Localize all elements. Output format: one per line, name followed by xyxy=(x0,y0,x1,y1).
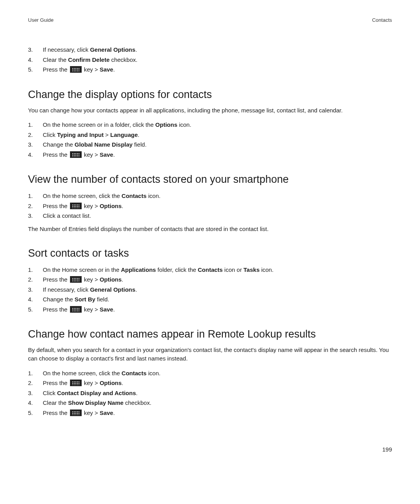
step-item: 2.Press the key > Options. xyxy=(28,378,392,388)
step-text: Press the key > Save. xyxy=(43,304,392,315)
step-item: 3.If necessary, click General Options. xyxy=(28,45,392,55)
step-text: Clear the Confirm Delete checkbox. xyxy=(43,55,392,65)
step-number: 4. xyxy=(28,398,43,408)
step-text: Clear the Show Display Name checkbox. xyxy=(43,398,392,408)
step-number: 1. xyxy=(28,265,43,275)
bold-text: Contacts xyxy=(122,370,147,376)
step-text: If necessary, click General Options. xyxy=(43,285,392,295)
menu-key-icon xyxy=(70,151,82,158)
header-left: User Guide xyxy=(28,17,54,23)
section-title: View the number of contacts stored on yo… xyxy=(28,173,392,186)
steps-list: 1.On the home screen or in a folder, cli… xyxy=(28,120,392,159)
bold-text: Confirm Delete xyxy=(68,56,110,63)
bold-text: Options xyxy=(100,203,122,209)
bold-text: Applications xyxy=(121,266,156,273)
section-title: Change how contact names appear in Remot… xyxy=(28,328,392,340)
bold-text: General Options xyxy=(90,46,135,53)
step-item: 2.Press the key > Options. xyxy=(28,201,392,211)
step-number: 1. xyxy=(28,120,43,130)
step-number: 4. xyxy=(28,150,43,160)
menu-key-icon xyxy=(70,380,82,386)
bold-text: Contacts xyxy=(198,266,223,273)
step-item: 4.Clear the Confirm Delete checkbox. xyxy=(28,55,392,65)
step-item: 3.Change the Global Name Display field. xyxy=(28,140,392,150)
bold-text: Options xyxy=(100,380,122,386)
step-text: If necessary, click General Options. xyxy=(43,45,392,55)
step-text: On the Home screen or in the Application… xyxy=(43,265,392,275)
step-number: 2. xyxy=(28,378,43,388)
bold-text: Show Display Name xyxy=(68,399,124,406)
step-number: 2. xyxy=(28,201,43,211)
page-number: 199 xyxy=(382,446,392,453)
step-item: 1.On the home screen, click the Contacts… xyxy=(28,191,392,201)
section-title: Sort contacts or tasks xyxy=(28,247,392,259)
step-item: 5.Press the key > Save. xyxy=(28,408,392,418)
section-title: Change the display options for contacts xyxy=(28,89,392,101)
steps-list: 1.On the home screen, click the Contacts… xyxy=(28,191,392,221)
step-item: 1.On the Home screen or in the Applicati… xyxy=(28,265,392,275)
bold-text: Save xyxy=(100,410,113,416)
step-item: 1.On the home screen or in a folder, cli… xyxy=(28,120,392,130)
step-item: 2.Click Typing and Input > Language. xyxy=(28,130,392,140)
step-number: 3. xyxy=(28,140,43,150)
bold-text: Global Name Display xyxy=(75,141,133,148)
step-number: 2. xyxy=(28,130,43,140)
step-number: 1. xyxy=(28,368,43,378)
step-text: Click Contact Display and Actions. xyxy=(43,388,392,398)
step-number: 4. xyxy=(28,294,43,304)
step-text: Change the Global Name Display field. xyxy=(43,140,392,150)
step-text: Press the key > Save. xyxy=(43,150,392,160)
step-item: 3.Click a contact list. xyxy=(28,211,392,221)
bold-text: Options xyxy=(100,276,122,283)
section-intro: You can change how your contacts appear … xyxy=(28,106,392,115)
page: User Guide Contacts 3.If necessary, clic… xyxy=(0,0,420,467)
step-text: Press the key > Options. xyxy=(43,378,392,388)
steps-list: 1.On the home screen, click the Contacts… xyxy=(28,368,392,418)
step-item: 1.On the home screen, click the Contacts… xyxy=(28,368,392,378)
leading-steps-list: 3.If necessary, click General Options.4.… xyxy=(28,45,392,75)
step-number: 5. xyxy=(28,408,43,418)
menu-key-icon xyxy=(70,66,82,73)
step-item: 4.Change the Sort By field. xyxy=(28,294,392,304)
step-item: 3.Click Contact Display and Actions. xyxy=(28,388,392,398)
step-item: 5.Press the key > Save. xyxy=(28,65,392,75)
bold-text: Contacts xyxy=(122,192,147,199)
bold-text: Language xyxy=(110,131,138,138)
step-text: Press the key > Save. xyxy=(43,408,392,418)
menu-key-icon xyxy=(70,203,82,209)
menu-key-icon xyxy=(70,410,82,416)
step-text: Change the Sort By field. xyxy=(43,294,392,304)
step-number: 2. xyxy=(28,275,43,285)
bold-text: Typing and Input xyxy=(57,131,104,138)
step-text: Click a contact list. xyxy=(43,211,392,221)
step-number: 5. xyxy=(28,304,43,315)
step-number: 4. xyxy=(28,55,43,65)
menu-key-icon xyxy=(70,306,82,313)
step-item: 4.Press the key > Save. xyxy=(28,150,392,160)
bold-text: General Options xyxy=(90,286,135,293)
step-text: On the home screen, click the Contacts i… xyxy=(43,368,392,378)
bold-text: Sort By xyxy=(75,296,95,303)
section-outro: The Number of Entries field displays the… xyxy=(28,225,392,233)
bold-text: Save xyxy=(100,306,113,313)
step-number: 3. xyxy=(28,45,43,55)
step-item: 4.Clear the Show Display Name checkbox. xyxy=(28,398,392,408)
step-item: 3.If necessary, click General Options. xyxy=(28,285,392,295)
menu-key-icon xyxy=(70,276,82,283)
section-intro: By default, when you search for a contac… xyxy=(28,346,392,363)
step-text: On the home screen or in a folder, click… xyxy=(43,120,392,130)
step-number: 5. xyxy=(28,65,43,75)
step-item: 5.Press the key > Save. xyxy=(28,304,392,315)
header-right: Contacts xyxy=(372,17,392,23)
sections-container: Change the display options for contactsY… xyxy=(28,89,392,418)
bold-text: Save xyxy=(100,66,113,73)
bold-text: Options xyxy=(155,121,177,128)
running-header: User Guide Contacts xyxy=(28,17,392,23)
steps-list: 1.On the Home screen or in the Applicati… xyxy=(28,265,392,315)
step-number: 1. xyxy=(28,191,43,201)
step-number: 3. xyxy=(28,388,43,398)
bold-text: Contact Display and Actions xyxy=(57,390,136,396)
step-item: 2.Press the key > Options. xyxy=(28,275,392,285)
step-number: 3. xyxy=(28,285,43,295)
bold-text: Save xyxy=(100,151,113,158)
